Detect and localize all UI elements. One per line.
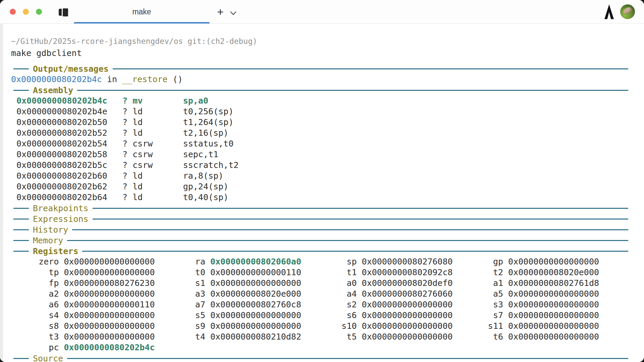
register-name: pc bbox=[13, 343, 59, 352]
assembly-listing: 0x0000000080202b4c ? mv sp,a00x000000008… bbox=[11, 96, 628, 203]
divider-line bbox=[13, 229, 29, 230]
section-header-assembly: Assembly bbox=[13, 85, 628, 96]
block-gutter bbox=[0, 24, 3, 362]
tab-make[interactable]: make bbox=[74, 0, 210, 23]
register-value: 0x0000000000000000 bbox=[357, 321, 453, 331]
register-value: 0x000000008020e000 bbox=[503, 267, 599, 277]
register-value: 0x0000000080276060 bbox=[357, 289, 453, 299]
register-value: 0x0000000000000000 bbox=[503, 257, 599, 266]
assembly-row: 0x0000000080202b4c ? mv sp,a0 bbox=[16, 96, 628, 106]
register-value: 0x0000000000000000 bbox=[357, 300, 453, 309]
new-tab-button[interactable]: + bbox=[214, 0, 227, 23]
divider-line bbox=[82, 251, 628, 252]
divider-line bbox=[13, 208, 29, 209]
section-title: Source bbox=[33, 354, 63, 362]
register-name: tp bbox=[13, 267, 59, 277]
divider-line bbox=[67, 358, 628, 359]
register-value: 0x0000000000000000 bbox=[59, 267, 155, 277]
register-value: 0x0000000000000000 bbox=[59, 321, 155, 331]
assembly-row: 0x0000000080202b50 ? ld t1,264(sp) bbox=[16, 117, 628, 128]
assembly-row: 0x0000000080202b5c ? csrw sscratch,t2 bbox=[16, 160, 628, 171]
divider-line bbox=[113, 68, 628, 69]
section-title: Expressions bbox=[33, 214, 89, 224]
register-value: 0x0000000000000000 bbox=[205, 278, 301, 288]
assembly-row: 0x0000000080202b54 ? csrw sstatus,t0 bbox=[16, 138, 628, 149]
section-header-expressions: Expressions bbox=[13, 214, 628, 224]
register-name: t2 bbox=[453, 267, 503, 277]
register-name: a0 bbox=[301, 278, 357, 288]
divider-line bbox=[67, 240, 628, 241]
register-name: t4 bbox=[155, 332, 205, 342]
register-name: s1 bbox=[155, 278, 205, 288]
register-value: 0x000000008020e000 bbox=[205, 289, 301, 299]
register-value: 0x0000000000000000 bbox=[503, 300, 599, 309]
maximize-button[interactable] bbox=[36, 9, 42, 15]
register-name: a7 bbox=[155, 300, 205, 309]
register-value: 0x00000000802761d8 bbox=[503, 278, 599, 288]
divider-line bbox=[13, 90, 29, 91]
register-value: 0x0000000080210d82 bbox=[205, 332, 301, 342]
register-name: s10 bbox=[301, 321, 357, 331]
register-value: 0x0000000000000000 bbox=[503, 332, 599, 342]
section-title: History bbox=[33, 225, 68, 235]
pages-icon[interactable] bbox=[59, 7, 68, 16]
register-name: s4 bbox=[13, 310, 59, 320]
register-name: a4 bbox=[301, 289, 357, 299]
divider-line bbox=[77, 90, 628, 91]
registers-table: zero 0x0000000000000000 ra 0x00000000802… bbox=[11, 256, 628, 353]
assembly-row: 0x0000000080202b64 ? ld t0,40(sp) bbox=[16, 192, 628, 203]
section-header-memory: Memory bbox=[13, 235, 628, 246]
section-header-registers: Registers bbox=[13, 246, 628, 256]
gdb-dashboard: Output/messages 0x0000000080202b4c in __… bbox=[11, 63, 628, 362]
user-avatar[interactable] bbox=[620, 4, 635, 19]
register-value: 0x0000000000000110 bbox=[205, 267, 301, 277]
register-name: s11 bbox=[453, 321, 503, 331]
register-row: t3 0x0000000000000000 t4 0x0000000080210… bbox=[13, 331, 628, 342]
assembly-row: 0x0000000080202b62 ? ld gp,24(sp) bbox=[16, 181, 628, 192]
register-name: a2 bbox=[13, 289, 59, 299]
register-value: 0x00000000802760c8 bbox=[205, 300, 301, 309]
register-name: s6 bbox=[301, 310, 357, 320]
tab-title: make bbox=[132, 7, 151, 16]
divider-line bbox=[93, 219, 628, 220]
output-suffix: () bbox=[168, 74, 183, 84]
section-title: Memory bbox=[33, 236, 63, 245]
register-name: sp bbox=[301, 257, 357, 266]
window-titlebar: make + bbox=[0, 0, 644, 24]
avatar-photo bbox=[622, 6, 633, 15]
assembly-row: 0x0000000080202b52 ? ld t2,16(sp) bbox=[16, 128, 628, 138]
assembly-row: 0x0000000080202b4e ? ld t0,256(sp) bbox=[16, 106, 628, 117]
output-message-line: 0x0000000080202b4c in __restore () bbox=[11, 74, 628, 85]
section-header-breakpoints: Breakpoints bbox=[13, 203, 628, 214]
register-name: a1 bbox=[453, 278, 503, 288]
section-title: Registers bbox=[33, 246, 78, 256]
register-name: t0 bbox=[155, 267, 205, 277]
chevron-down-icon[interactable] bbox=[230, 9, 236, 15]
register-name: t6 bbox=[453, 332, 503, 342]
register-value: 0x0000000000000000 bbox=[205, 321, 301, 331]
register-name: s7 bbox=[453, 310, 503, 320]
warp-logo-icon[interactable] bbox=[604, 4, 614, 19]
traffic-lights bbox=[10, 9, 42, 15]
register-name: t5 bbox=[301, 332, 357, 342]
divider-line bbox=[13, 251, 29, 252]
register-value: 0x0000000000000000 bbox=[503, 289, 599, 299]
plus-icon: + bbox=[217, 5, 224, 18]
section-title: Assembly bbox=[33, 85, 73, 95]
register-value: 0x0000000000000000 bbox=[357, 332, 453, 342]
register-value: 0x0000000000000000 bbox=[503, 321, 599, 331]
minimize-button[interactable] bbox=[23, 9, 29, 15]
divider-line bbox=[93, 208, 628, 209]
section-header-history: History bbox=[13, 224, 628, 235]
divider-line bbox=[13, 240, 29, 241]
register-name: t1 bbox=[301, 267, 357, 277]
register-value: 0x0000000000000000 bbox=[503, 310, 599, 320]
register-value: 0x0000000000000000 bbox=[205, 310, 301, 320]
register-row: s8 0x0000000000000000 s9 0x0000000000000… bbox=[13, 321, 628, 331]
register-value: 0x0000000000000000 bbox=[59, 289, 155, 299]
register-value: 0x00000000802060a0 bbox=[205, 257, 301, 266]
register-row: tp 0x0000000000000000 t0 0x0000000000000… bbox=[13, 267, 628, 278]
register-row: pc 0x0000000080202b4c bbox=[13, 342, 628, 353]
register-name: ra bbox=[155, 257, 205, 266]
close-button[interactable] bbox=[10, 9, 16, 15]
